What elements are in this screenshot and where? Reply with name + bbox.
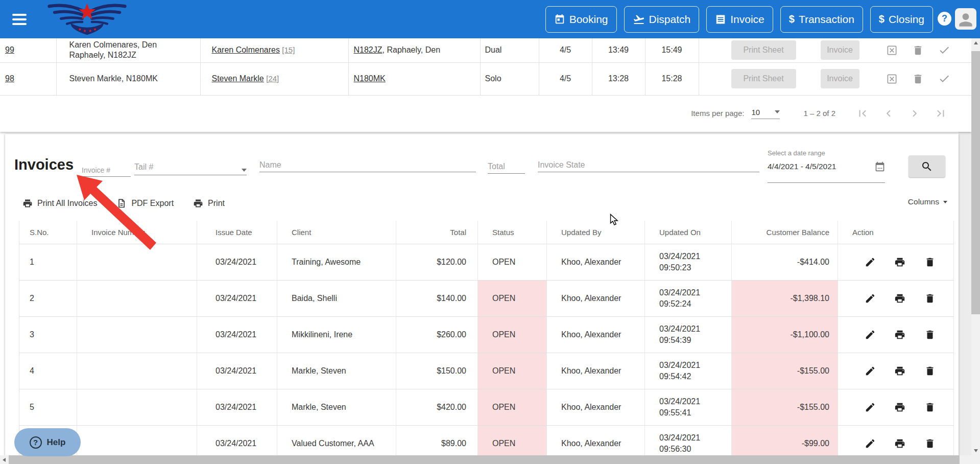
tail-number-select[interactable]: Tail # [134,163,247,175]
invoice-state-input[interactable] [538,160,759,172]
printer-icon [22,198,33,208]
print-invoice-button[interactable] [894,293,905,304]
delete-invoice-button[interactable] [924,329,936,340]
pdf-export-button[interactable]: PDF Export [116,198,174,208]
cell-updated-on: 03/24/202109:54:42 [645,353,732,389]
print-invoice-button[interactable] [894,438,905,449]
print-sheet-button[interactable]: Print Sheet [731,69,796,88]
cell-issue-date: 03/24/2021 [197,353,277,389]
flight-takeoff-icon [633,13,645,26]
edit-invoice-button[interactable] [865,329,876,340]
calendar-icon[interactable] [875,161,885,172]
edit-invoice-button[interactable] [865,293,876,304]
delete-invoice-button[interactable] [924,365,936,377]
columns-label: Columns [908,197,939,206]
print-invoice-button[interactable] [894,257,905,268]
nav-invoice-button[interactable]: Invoice [706,6,773,33]
invoice-number-field-wrap [82,166,131,177]
booking-id-link[interactable]: 98 [5,74,14,83]
columns-dropdown[interactable]: Columns [908,197,947,206]
previous-page-icon[interactable] [882,107,895,120]
booking-type: Dual [485,45,502,54]
scroll-up-arrow-icon[interactable] [974,41,978,44]
date-range-picker[interactable]: Select a date range 4/4/2021 - 4/5/2021 [768,149,885,183]
help-icon[interactable]: ? [938,12,951,26]
bookings-table: 99 Karen Colmenares, Den Raphaely, N182J… [0,38,971,96]
cell-customer-balance: -$155.00 [732,389,838,425]
items-per-page-select[interactable]: 10 [751,108,780,119]
horizontal-scrollbar-thumb[interactable] [9,455,960,464]
booking-end-time: 15:28 [661,74,682,83]
invoice-button[interactable]: Invoice [821,69,859,88]
checkin-icon[interactable] [938,44,950,56]
booking-end-time: 15:49 [661,45,682,54]
scroll-left-arrow-icon[interactable] [3,458,6,462]
horizontal-scrollbar[interactable] [0,455,971,464]
cell-action [838,353,954,389]
first-page-icon[interactable] [856,107,869,120]
total-input[interactable] [488,162,525,173]
next-page-icon[interactable] [908,107,921,120]
help-button[interactable]: ? Help [14,428,81,456]
logo-star [79,3,95,19]
delete-icon[interactable] [912,44,924,56]
booking-aircraft-link[interactable]: N180MK [354,74,386,83]
cell-issue-date: 03/24/2021 [197,425,277,455]
print-invoice-button[interactable] [894,365,905,377]
booking-client-count[interactable]: [24] [266,74,279,83]
booking-id-link[interactable]: 99 [5,45,14,54]
nav-transaction-button[interactable]: $ Transaction [780,6,863,33]
delete-invoice-button[interactable] [924,402,936,413]
vertical-scrollbar-thumb[interactable] [971,51,980,314]
svg-text:★: ★ [88,29,92,33]
edit-invoice-button[interactable] [865,257,876,268]
invoice-row: 5 03/24/2021 Markle, Steven $420.00 OPEN… [19,389,954,425]
top-navigation-bar: ★ ★ ★ ★ Booking Dispatch Invoice $ Trans… [0,0,980,38]
svg-text:★: ★ [93,27,97,31]
booking-client-link[interactable]: Steven Markle [212,74,264,83]
cell-client: Mikkilineni, Irene [277,316,396,353]
nav-closing-button[interactable]: $ Closing [870,6,933,33]
delete-icon[interactable] [912,73,924,85]
delete-invoice-button[interactable] [924,293,936,304]
name-input[interactable] [259,160,476,172]
checkin-icon[interactable] [938,73,950,85]
cancel-box-icon[interactable] [886,44,898,56]
invoice-button[interactable]: Invoice [821,40,859,60]
pencil-icon [865,293,876,304]
print-invoice-button[interactable] [894,329,905,340]
print-button[interactable]: Print [193,198,225,208]
app-screen: ★ ★ ★ ★ Booking Dispatch Invoice $ Trans… [0,0,980,464]
delete-invoice-button[interactable] [924,438,936,449]
booking-client-count[interactable]: [15] [282,45,295,54]
vertical-scrollbar[interactable] [971,38,980,455]
cancel-box-icon[interactable] [886,73,898,85]
nav-booking-button[interactable]: Booking [545,6,617,33]
edit-invoice-button[interactable] [865,402,876,413]
nav-dispatch-button[interactable]: Dispatch [624,6,700,33]
print-all-invoices-label: Print All Invoices [37,199,97,208]
user-avatar[interactable] [955,8,976,30]
header-updated-by: Updated By [547,221,645,244]
cell-client: Valued Customer, AAA [277,425,396,455]
invoice-state-field-wrap [538,160,759,172]
menu-icon[interactable] [12,14,28,25]
last-page-icon[interactable] [934,107,947,120]
cell-updated-by: Khoo, Alexander [547,280,645,316]
invoice-number-input[interactable] [82,166,131,176]
print-invoice-button[interactable] [894,402,905,413]
booking-aircraft-link[interactable]: N182JZ [354,45,383,54]
print-all-invoices-button[interactable]: Print All Invoices [22,198,97,208]
edit-invoice-button[interactable] [865,438,876,449]
svg-text:★: ★ [78,27,82,31]
nav-closing-label: Closing [889,13,924,26]
edit-invoice-button[interactable] [865,365,876,377]
printer-icon [894,438,905,449]
booking-client-link[interactable]: Karen Colmenares [212,45,280,54]
invoices-toolbar: Print All Invoices PDF Export Print [5,191,959,216]
print-sheet-button[interactable]: Print Sheet [731,40,796,60]
delete-invoice-button[interactable] [924,257,936,268]
scroll-down-arrow-icon[interactable] [974,449,978,452]
search-button[interactable] [909,155,945,177]
header-total: Total [396,221,478,244]
